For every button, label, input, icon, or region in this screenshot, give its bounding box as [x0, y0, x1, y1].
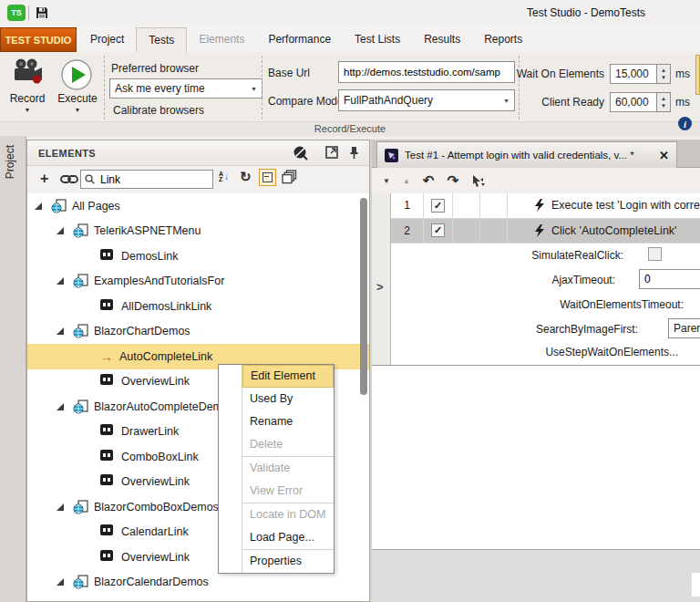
element-icon	[100, 249, 116, 264]
element-icon	[100, 374, 116, 389]
tree-expander-icon[interactable]	[57, 277, 64, 285]
collapse-all-icon[interactable]	[259, 169, 276, 186]
ajax-timeout-label: AjaxTimeout:	[551, 274, 615, 286]
tab-performance[interactable]: Performance	[256, 27, 343, 52]
qat-separator	[28, 5, 29, 20]
footer-scroll-corner	[692, 573, 700, 597]
tree-item-page[interactable]: TelerikASPNETMenu	[27, 219, 369, 244]
document-tab-test1[interactable]: Test #1 - Attempt login with valid crede…	[376, 141, 677, 168]
use-step-wait-label: UseStepWaitOnElements...	[545, 346, 678, 358]
tree-item-label: CalendarLink	[121, 525, 189, 538]
app-menu-button[interactable]: TEST STUDIO	[0, 27, 77, 52]
tree-item-label: BlazorAutoCompleteDem	[94, 400, 222, 413]
record-icon[interactable]	[12, 58, 45, 84]
compare-mode-select[interactable]: FullPathAndQuery ▼	[338, 89, 515, 111]
expand-panel-icon[interactable]	[325, 146, 338, 159]
test-step-row-1[interactable]: 1 ✓ Execute test 'Login with correc	[391, 193, 700, 219]
step-description[interactable]: Execute test 'Login with correc	[508, 193, 700, 218]
base-url-input[interactable]	[338, 61, 515, 83]
tree-expander-icon[interactable]	[35, 202, 42, 210]
tab-results[interactable]: Results	[412, 27, 472, 52]
ajax-timeout-input[interactable]	[639, 269, 700, 289]
tree-expander-icon[interactable]	[57, 403, 64, 410]
tab-project[interactable]: Project	[78, 27, 136, 52]
element-icon	[100, 299, 116, 314]
tree-item-label: OverviewLink	[121, 375, 190, 388]
simulate-real-click-checkbox[interactable]	[648, 247, 662, 261]
tree-item-element[interactable]: AllDemosLinkLink	[27, 294, 369, 319]
save-icon[interactable]	[35, 5, 49, 20]
spin-down-icon[interactable]: ▼	[661, 74, 666, 81]
menu-item-edit-element[interactable]: Edit Element	[242, 365, 334, 388]
sidebar-tab-project[interactable]: Project	[4, 145, 16, 179]
close-icon[interactable]: ✕	[659, 149, 669, 162]
pin-icon[interactable]	[349, 146, 359, 160]
search-input[interactable]	[98, 172, 202, 187]
client-ready-stepper[interactable]: ▲ ▼	[657, 92, 671, 112]
tree-item-label: DemosLink	[121, 250, 179, 263]
move-step-down-icon[interactable]: ▼	[383, 177, 390, 185]
preferred-browser-select[interactable]: Ask me every time ▼	[109, 78, 262, 99]
tree-expander-icon[interactable]	[57, 578, 64, 586]
tree-expander-icon[interactable]	[57, 503, 64, 511]
tree-expander-icon[interactable]	[57, 327, 64, 335]
wait-on-elements-input[interactable]: 15,000	[610, 64, 657, 84]
test-step-row-2[interactable]: 2 ✓ Click 'AutoCompleteLink'	[391, 219, 700, 244]
sort-az-icon[interactable]: AZ ↓	[219, 171, 229, 182]
step-enabled-checkbox[interactable]: ✓	[431, 223, 445, 237]
ribbon-group-caption: Record/Execute	[0, 121, 700, 136]
elements-panel-title: ELEMENTS	[38, 148, 96, 159]
record-button[interactable]: Record	[7, 92, 47, 105]
add-element-icon[interactable]: +	[40, 172, 48, 185]
tree-item-page[interactable]: BlazorChartDemos	[27, 319, 369, 345]
link-icon[interactable]	[60, 174, 78, 184]
move-step-up-icon: ▲	[403, 177, 410, 185]
tab-tests[interactable]: Tests	[136, 27, 187, 52]
client-unit-label: ms	[675, 96, 690, 109]
tree-item-element[interactable]: DemosLink	[27, 244, 369, 269]
step-number: 2	[391, 219, 424, 244]
redo-icon[interactable]: ↷	[447, 172, 458, 189]
tab-test-lists[interactable]: Test Lists	[343, 27, 412, 52]
execute-icon[interactable]	[60, 58, 93, 91]
execute-dropdown-caret[interactable]: ▼	[56, 107, 99, 113]
client-ready-input[interactable]: 60,000	[610, 92, 657, 112]
menu-item-load-page[interactable]: Load Page...	[242, 526, 334, 549]
info-icon[interactable]: i	[678, 117, 692, 130]
pages-root-icon	[51, 199, 67, 213]
step-cell-empty	[453, 219, 480, 244]
step-properties: SimulateRealClick: AjaxTimeout: WaitOnEl…	[391, 244, 700, 365]
spin-up-icon[interactable]: ▲	[661, 95, 666, 102]
step-description[interactable]: Click 'AutoCompleteLink'	[508, 219, 700, 244]
step-enabled-checkbox[interactable]: ✓	[431, 199, 445, 213]
gutter-chevron-icon[interactable]: >	[376, 280, 384, 294]
tree-expander-icon[interactable]	[57, 227, 64, 234]
ribbon-edge-panel	[695, 55, 700, 95]
search-by-image-first-value: ParentSet	[674, 322, 700, 335]
menu-item-used-by[interactable]: Used By	[242, 388, 334, 410]
element-highlighter-icon[interactable]	[293, 145, 308, 161]
spin-down-icon[interactable]: ▼	[661, 102, 666, 109]
test-document-panel: Test #1 - Attempt login with valid crede…	[370, 140, 700, 602]
spin-up-icon[interactable]: ▲	[661, 67, 666, 74]
tab-reports[interactable]: Reports	[472, 27, 534, 52]
element-search-box[interactable]	[80, 170, 213, 189]
refresh-icon[interactable]: ↻	[240, 171, 252, 183]
undo-icon[interactable]: ↶	[423, 172, 435, 189]
tree-item-label: TelerikASPNETMenu	[94, 224, 201, 237]
tree-item-all-pages[interactable]: All Pages	[27, 193, 369, 219]
tree-scrollbar[interactable]	[360, 198, 367, 395]
record-dropdown-caret[interactable]: ▼	[7, 107, 47, 113]
menu-item-properties[interactable]: Properties	[242, 550, 334, 573]
cursor-actions-icon[interactable]	[471, 174, 486, 188]
calibrate-browsers-button[interactable]: Calibrate browsers	[113, 104, 204, 117]
pages-view-icon[interactable]	[282, 170, 297, 184]
menu-item-rename[interactable]: Rename	[242, 410, 334, 433]
ribbon-tab-row: TEST STUDIO Project Tests Elements Perfo…	[0, 26, 700, 52]
execute-button[interactable]: Execute	[56, 92, 99, 105]
search-by-image-first-select[interactable]: ParentSet	[668, 318, 700, 338]
chevron-down-icon: ▼	[251, 86, 257, 92]
wait-on-elements-stepper[interactable]: ▲ ▼	[657, 64, 671, 84]
tree-item-page[interactable]: ExamplesAndTutorialsFor	[27, 269, 369, 295]
base-url-label: Base Url	[268, 67, 310, 79]
